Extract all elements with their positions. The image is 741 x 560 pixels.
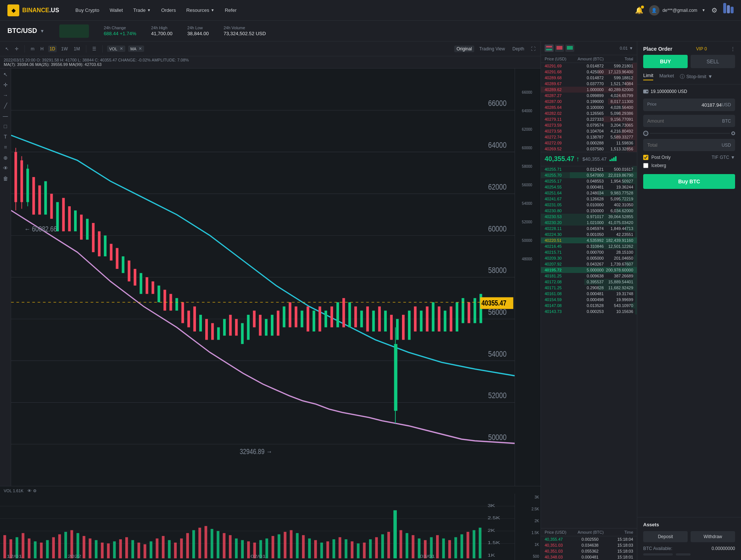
vip-badge[interactable]: VIP 0	[696, 46, 707, 51]
buy-btc-button[interactable]: Buy BTC	[643, 174, 735, 189]
ma-tag[interactable]: MA ✕	[128, 46, 144, 52]
tool-delete[interactable]: 🗑	[3, 176, 8, 181]
view-original[interactable]: Original	[454, 46, 474, 52]
amount-slider[interactable]	[643, 131, 735, 136]
nav-buy-crypto[interactable]: Buy Crypto	[70, 0, 104, 21]
crosshair-tool[interactable]: ✛	[13, 46, 20, 52]
ob-view-both[interactable]	[545, 44, 554, 52]
time-1d[interactable]: 1D	[48, 46, 57, 52]
time-1w[interactable]: 1W	[60, 46, 69, 52]
price-input-field[interactable]: Price USD	[643, 99, 735, 111]
order-type-stoplimit[interactable]: ⓘ Stop-limit ▼	[680, 73, 712, 80]
view-depth[interactable]: Depth	[510, 46, 526, 52]
tool-shapes[interactable]: □	[4, 123, 7, 129]
slider-dot[interactable]	[643, 131, 648, 136]
table-row[interactable]: 40154.59 0.000498 19.99699	[541, 297, 637, 303]
tool-visible[interactable]: 👁	[3, 165, 8, 171]
nav-wallet[interactable]: Wallet	[104, 0, 128, 21]
deposit-button[interactable]: Deposit	[643, 531, 688, 542]
post-only-checkbox[interactable]	[643, 155, 648, 160]
table-row[interactable]: 40215.71 0.000700 28.15100	[541, 249, 637, 255]
time-1m[interactable]: 1M	[72, 46, 82, 52]
table-row[interactable]: 40285.64 0.100000 4,028.56400	[541, 104, 637, 110]
order-type-limit[interactable]: Limit	[643, 73, 653, 80]
table-row[interactable]: 40251.64 0.248034 9,983.77528	[541, 190, 637, 196]
total-input-field[interactable]: USD	[643, 139, 735, 151]
nav-resources[interactable]: Resources ▼	[181, 0, 220, 21]
ob-precision[interactable]: 0.01 ▼	[620, 46, 633, 50]
table-row[interactable]: 40254.55 0.000481 19.36244	[541, 184, 637, 190]
price-input[interactable]	[657, 102, 722, 108]
po-more-options[interactable]: ⋮	[731, 46, 735, 51]
table-row[interactable]: 40282.02 0.126565 5,098.29386	[541, 110, 637, 116]
tool-measure[interactable]: ⊕	[3, 155, 8, 161]
table-row[interactable]: 40289.67 0.037770 1,521.74084	[541, 81, 637, 87]
time-m[interactable]: m	[29, 46, 36, 52]
tool-cursor[interactable]: ↖	[3, 71, 8, 77]
table-row[interactable]: 40272.09 0.000288 11.59836	[541, 140, 637, 146]
table-row[interactable]: 40273.59 0.079574 3,204.73065	[541, 122, 637, 128]
amount-input[interactable]	[647, 118, 722, 124]
buy-button[interactable]: BUY	[643, 55, 688, 68]
table-row[interactable]: 40272.74 0.138787 5,589.33277	[541, 134, 637, 140]
fullscreen-btn[interactable]: ⛶	[529, 46, 537, 52]
vol-tag[interactable]: VOL ✕	[107, 46, 125, 52]
logo[interactable]: ◆ BINANCE.US	[7, 4, 59, 16]
table-row[interactable]: 40291.69 0.014872 599.21801	[541, 63, 637, 69]
table-row[interactable]: 40,348.03 0.000481 15:18:01	[541, 554, 637, 560]
table-row[interactable]: 40228.11 0.045974 1,849.44713	[541, 226, 637, 231]
settings-icon[interactable]: ⚙	[711, 6, 717, 14]
table-row[interactable]: 40287.00 0.199000 8,017.11300	[541, 99, 637, 104]
table-row[interactable]: 40207.92 0.043267 1,739.67607	[541, 261, 637, 267]
cursor-tool[interactable]: ↖	[4, 46, 10, 52]
total-input[interactable]	[647, 142, 722, 148]
ob-view-bids[interactable]	[565, 44, 574, 52]
table-row[interactable]: 40255.71 0.012421 500.01617	[541, 166, 637, 172]
table-row[interactable]: 40231.05 0.010000 402.31050	[541, 202, 637, 208]
tool-line[interactable]: ╱	[4, 103, 7, 109]
withdraw-button[interactable]: Withdraw	[691, 531, 735, 542]
table-row[interactable]: 40209.30 0.005000 201.04650	[541, 255, 637, 261]
table-row[interactable]: 40279.11 0.227333 9,156.77091	[541, 116, 637, 122]
chart-canvas[interactable]: 66000 64000 62000 60000 58000 56000 5400…	[11, 69, 515, 486]
table-row[interactable]: 40289.62 1.000000 40,289.62000	[541, 87, 637, 93]
table-row[interactable]: 40224.30 0.001050 42.23551	[541, 231, 637, 237]
table-row[interactable]: 40171.25 0.290828 11,682.92429	[541, 285, 637, 291]
table-row[interactable]: 40291.68 0.425000 17,123.96400	[541, 69, 637, 75]
tool-hline[interactable]: —	[3, 113, 8, 119]
table-row[interactable]: 40241.67 0.126628 5,095.72219	[541, 196, 637, 202]
nav-refer[interactable]: Refer	[220, 0, 242, 21]
table-row[interactable]: 40230.20 1.021000 41,075.03420	[541, 220, 637, 226]
table-row[interactable]: 40181.25 0.009638 387.26689	[541, 273, 637, 279]
order-type-market[interactable]: Market	[659, 73, 674, 80]
table-row[interactable]: 40287.27 0.099899 4,024.65799	[541, 93, 637, 99]
time-h[interactable]: H	[39, 46, 45, 52]
tool-text[interactable]: T	[4, 134, 7, 140]
iceberg-checkbox[interactable]	[643, 163, 648, 168]
notification-bell[interactable]: 🔔	[635, 6, 643, 14]
table-row[interactable]: 40216.45 0.310846 12,501.12262	[541, 243, 637, 249]
table-row[interactable]: 40,355.47 0.002550 15:18:04	[541, 536, 637, 542]
table-row[interactable]: 40230.53 0.971017 39,064.52855	[541, 214, 637, 220]
table-row[interactable]: 40220.51 4.535992 182,439.91160	[541, 237, 637, 243]
view-trading-view[interactable]: Trading View	[477, 46, 507, 52]
table-row[interactable]: 40,351.03 0.055362 15:18:03	[541, 548, 637, 554]
nav-trade[interactable]: Trade ▼	[128, 0, 156, 21]
table-row[interactable]: 40269.52 0.037580 1,513.32856	[541, 146, 637, 152]
ob-view-asks[interactable]	[555, 44, 564, 52]
table-row[interactable]: 40273.58 0.104704 4,216.80492	[541, 128, 637, 134]
tool-fib[interactable]: ⌗	[4, 144, 7, 150]
nav-orders[interactable]: Orders	[156, 0, 181, 21]
user-account[interactable]: 👤 de***@gmail.com ▼	[649, 5, 705, 16]
table-row[interactable]: 40230.80 0.150000 6,034.62000	[541, 208, 637, 214]
table-row[interactable]: 40,351.03 0.034638 15:18:03	[541, 542, 637, 548]
tool-arrow[interactable]: →	[3, 92, 8, 98]
tif-selector[interactable]: TIF GTC ▼	[712, 155, 735, 160]
table-row[interactable]: 40161.08 0.000481 19.31748	[541, 291, 637, 297]
table-row[interactable]: 40143.73 0.000253 10.15636	[541, 309, 637, 314]
table-row[interactable]: 40195.72 5.000000 200,978.60000	[541, 267, 637, 273]
candle-type[interactable]: ☰	[91, 46, 98, 52]
amount-input-field[interactable]: BTC	[643, 115, 735, 127]
table-row[interactable]: 40255.17 0.048553 1,954.50927	[541, 178, 637, 184]
tool-crosshair[interactable]: ✛	[3, 82, 8, 88]
